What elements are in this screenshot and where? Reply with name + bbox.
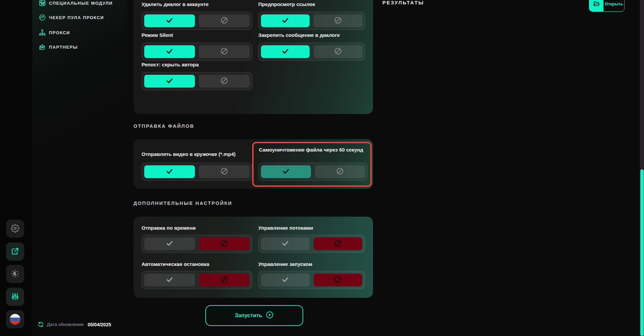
open-results-button[interactable]: Открыть (589, 0, 625, 12)
toggle-group (258, 271, 365, 289)
gear-icon (11, 224, 19, 234)
toggle-label: Автоматическая остановка (142, 261, 252, 267)
toggle-yes-button[interactable] (144, 14, 195, 27)
ban-icon (336, 167, 344, 176)
check-icon (281, 239, 289, 248)
ban-icon (220, 239, 228, 248)
toggle-no-button[interactable] (314, 274, 362, 286)
check-icon (282, 167, 290, 176)
toggle-no-button[interactable] (199, 14, 250, 27)
run-button[interactable]: Запустить (205, 305, 303, 326)
ban-icon (220, 16, 228, 25)
message-settings-card: Удалить диалог в аккаунтеПредпросмотр сс… (133, 0, 373, 114)
toggle-no-button[interactable] (199, 237, 250, 250)
check-icon (165, 76, 174, 86)
refresh-icon[interactable] (38, 321, 44, 328)
toggle-yes-button[interactable] (261, 274, 310, 286)
open-button-label: Открыть (603, 0, 624, 11)
flag-ru-icon (10, 314, 20, 325)
toggle-label: Отправлять видео в кружочке (*.mp4) (142, 151, 252, 157)
toggle-label: Самоуничтожение файла через 60 секунд (259, 147, 364, 153)
toggle-label: Отправка по времени (142, 225, 252, 231)
scrollbar-thumb[interactable] (640, 169, 644, 336)
ban-icon (334, 239, 342, 248)
sidebar-item-label: СПЕЦИАЛЬНЫЕ МОДУЛИ (49, 1, 113, 6)
check-icon (281, 16, 289, 25)
left-rail (0, 0, 32, 336)
ban-icon (220, 47, 228, 56)
toggle-no-button[interactable] (314, 45, 362, 58)
toggle-yes-button[interactable] (261, 165, 311, 178)
sidebar-item[interactable]: ПАРТНЕРЫ (32, 40, 127, 54)
extra-section-header: ДОПОЛНИТЕЛЬНЫЕ НАСТРОЙКИ (133, 201, 232, 206)
toggle-label: Закрепить сообщение в диалоге (258, 32, 365, 38)
rail-button-theme[interactable] (6, 265, 24, 283)
toggle-group (142, 163, 252, 181)
toggle-label: Управление запуском (258, 261, 365, 267)
toggle-no-button[interactable] (314, 14, 362, 27)
rail-button-flag-ru[interactable] (6, 310, 24, 328)
toggle-no-button[interactable] (199, 75, 250, 88)
ban-icon (220, 275, 228, 285)
toggle-yes-button[interactable] (144, 165, 195, 178)
ban-icon (334, 47, 342, 56)
play-circle-icon (266, 311, 274, 320)
toggle-group (258, 235, 365, 253)
check-icon (165, 167, 174, 176)
ban-icon (220, 167, 228, 176)
toggle-group (142, 12, 252, 30)
ban-icon (220, 76, 228, 86)
extra-settings-card: Отправка по времениУправление потокамиАв… (133, 217, 373, 298)
toggle-yes-button[interactable] (261, 14, 310, 27)
update-date: 05/04/2025 (88, 322, 111, 327)
scrollbar-track[interactable] (640, 0, 644, 336)
toggle-no-button[interactable] (315, 165, 365, 178)
toggle-no-button[interactable] (199, 45, 250, 58)
check-icon (165, 239, 174, 248)
sliders-icon (11, 292, 19, 302)
sidebar-item-label: ЧЕКЕР ПУЛА ПРОКСИ (49, 15, 104, 20)
update-label: Дата обновления: (47, 322, 85, 327)
chevron-down-icon (39, 0, 46, 7)
network-icon (39, 29, 46, 36)
file-settings-card: Отправлять видео в кружочке (*.mp4)Самоу… (133, 139, 373, 189)
ban-icon (334, 16, 342, 25)
toggle-group (142, 43, 252, 61)
toggle-label: Предпросмотр ссылок (258, 1, 365, 7)
toggle-no-button[interactable] (314, 237, 362, 250)
toggle-group (258, 163, 368, 181)
toggle-label: Режим Silent (142, 32, 252, 38)
toggle-group (142, 271, 252, 289)
update-row: Дата обновления: 05/04/2025 (38, 321, 111, 328)
results-header: РЕЗУЛЬТАТЫ (382, 0, 424, 5)
rail-button-sliders[interactable] (6, 288, 24, 306)
check-icon (165, 47, 174, 56)
toggle-group (258, 43, 365, 61)
sidebar-item[interactable]: ЧЕКЕР ПУЛА ПРОКСИ (32, 10, 127, 25)
toggle-no-button[interactable] (199, 274, 250, 286)
external-link-icon (11, 247, 19, 257)
toggle-label: Управление потоками (258, 225, 365, 231)
toggle-label: Репост: скрыть автора (142, 61, 252, 68)
sidebar-item-label: ПРОКСИ (49, 30, 70, 35)
toggle-yes-button[interactable] (261, 45, 310, 58)
chevron-down-icon (39, 43, 46, 51)
rail-button-gear[interactable] (6, 220, 24, 238)
sidebar-item[interactable]: ПРОКСИ (32, 25, 127, 40)
content-divider (378, 0, 379, 336)
ban-icon (334, 275, 342, 285)
toggle-group (142, 235, 252, 253)
check-icon (165, 275, 174, 285)
toggle-yes-button[interactable] (261, 237, 310, 250)
toggle-label: Удалить диалог в аккаунте (142, 1, 252, 7)
toggle-no-button[interactable] (199, 165, 250, 178)
toggle-yes-button[interactable] (144, 237, 195, 250)
sidebar-item[interactable]: СПЕЦИАЛЬНЫЕ МОДУЛИ (32, 0, 127, 10)
sidebar: СПЕЦИАЛЬНЫЕ МОДУЛИЧЕКЕР ПУЛА ПРОКСИПРОКС… (32, 0, 127, 188)
toggle-yes-button[interactable] (144, 45, 195, 58)
run-button-label: Запустить (235, 313, 262, 319)
toggle-yes-button[interactable] (144, 75, 195, 88)
toggle-group (142, 72, 252, 90)
rail-button-external-link[interactable] (6, 242, 24, 261)
toggle-yes-button[interactable] (144, 274, 195, 286)
